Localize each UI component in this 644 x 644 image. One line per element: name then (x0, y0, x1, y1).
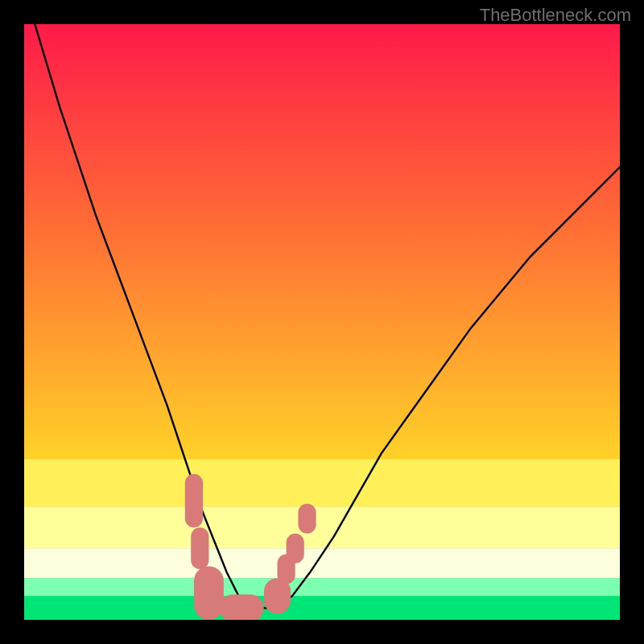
background-band-1 (24, 459, 620, 507)
curve-marker-1 (191, 527, 208, 569)
curve-marker-2 (194, 566, 224, 620)
background-band-2 (24, 506, 620, 548)
curve-marker-3 (219, 595, 264, 620)
attribution-text: TheBottleneck.com (480, 5, 631, 26)
curve-marker-6 (287, 534, 304, 564)
curve-marker-0 (185, 474, 203, 528)
plot-area (24, 24, 620, 620)
background-band-0 (24, 24, 620, 460)
chart-svg (24, 24, 620, 620)
chart-frame: TheBottleneck.com (0, 0, 644, 644)
curve-marker-7 (298, 504, 316, 534)
background-band-4 (24, 578, 620, 597)
background-band-5 (24, 596, 620, 620)
